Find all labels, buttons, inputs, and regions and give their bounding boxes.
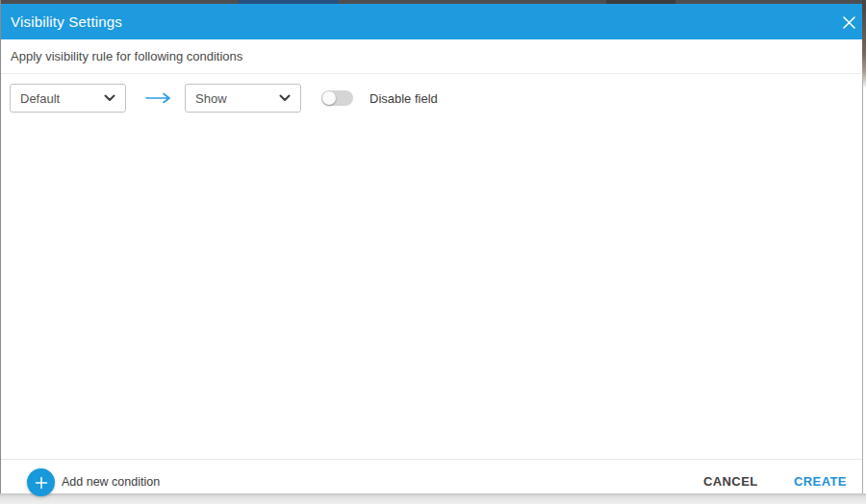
add-condition-button[interactable] — [27, 468, 55, 496]
field-select[interactable]: Default — [10, 84, 126, 113]
action-select[interactable]: Show — [185, 84, 301, 113]
add-condition-label: Add new condition — [62, 476, 160, 489]
dialog-subtitle: Apply visibility rule for following cond… — [1, 39, 861, 74]
chevron-down-icon — [279, 94, 291, 102]
field-select-value: Default — [20, 91, 60, 106]
plus-icon — [35, 476, 48, 490]
dialog-title: Visibility Settings — [11, 4, 122, 39]
dialog-right-edge — [862, 77, 863, 493]
arrow-right-icon — [145, 92, 171, 104]
toggle-knob — [322, 91, 336, 105]
dialog-left-edge — [0, 0, 1, 493]
cancel-button[interactable]: CANCEL — [703, 474, 758, 489]
condition-row: Default Show Disable field — [10, 84, 438, 113]
background-page-right-sliver — [862, 0, 866, 87]
disable-field-label: Disable field — [369, 91, 438, 106]
x-icon — [842, 15, 856, 30]
create-button[interactable]: CREATE — [794, 474, 847, 489]
action-select-value: Show — [195, 91, 227, 106]
close-button[interactable] — [839, 13, 858, 32]
chevron-down-icon — [104, 94, 115, 102]
visibility-settings-dialog: Visibility Settings Apply visibility rul… — [0, 0, 866, 504]
disable-field-toggle[interactable] — [321, 90, 353, 106]
dialog-header: Visibility Settings — [0, 4, 862, 39]
background-page-bottom-sliver — [0, 493, 866, 504]
